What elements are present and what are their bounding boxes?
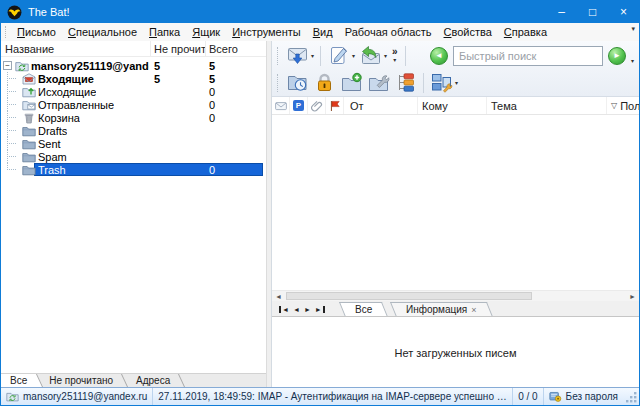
folder-row-sent-items[interactable]: Отправленные 0: [1, 98, 266, 111]
tab-all[interactable]: Все: [1, 374, 43, 387]
preview-tab-all-label: Все: [355, 304, 372, 315]
preview-tab-information[interactable]: Информация ×: [390, 302, 493, 317]
menu-mailbox[interactable]: Ящик: [186, 25, 226, 39]
menu-properties[interactable]: Свойства: [438, 25, 498, 39]
maximize-button[interactable]: □: [577, 1, 608, 23]
folder-row-trash-ru[interactable]: Корзина 0: [1, 111, 266, 124]
column-header-to[interactable]: Кому: [418, 97, 487, 114]
column-header-subject[interactable]: Тема: [487, 97, 607, 114]
toolbar-row-2: ▾: [274, 69, 637, 96]
dropdown-arrow-icon[interactable]: ▾: [352, 52, 355, 59]
menu-overflow-arrow-icon[interactable]: ▾: [631, 25, 635, 33]
window-controls: – □ ×: [546, 1, 639, 23]
next-tab-button[interactable]: ►: [304, 306, 311, 313]
column-header-flag[interactable]: [326, 97, 344, 114]
tab-navigation: ◄ ◄ ► ►: [272, 306, 334, 316]
column-header-total[interactable]: Всего: [206, 41, 266, 56]
dropdown-arrow-icon[interactable]: ▾: [311, 52, 314, 59]
folder-row-outbox[interactable]: Исходящие 0: [1, 85, 266, 98]
close-button[interactable]: ×: [608, 1, 639, 23]
dispatch-mail-button[interactable]: [284, 70, 311, 95]
workspace-button[interactable]: ▾: [428, 70, 460, 95]
scroll-right-arrow[interactable]: ►: [626, 291, 639, 301]
menu-folder[interactable]: Папка: [143, 25, 186, 39]
preview-tab-bar: ◄ ◄ ► ► Все Информация ×: [272, 301, 639, 317]
menu-workspace[interactable]: Рабочая область: [339, 25, 438, 39]
window-title: The Bat!: [28, 6, 70, 18]
folder-row-account[interactable]: − mansory251119@yandex.ru 5 5: [1, 59, 266, 72]
received-label: Получ: [620, 100, 639, 112]
dropdown-arrow-icon[interactable]: ▾: [455, 79, 458, 86]
tree-connector: [1, 98, 19, 111]
menu-help[interactable]: Справка: [498, 25, 553, 39]
dropdown-arrow-icon[interactable]: ▾: [384, 52, 387, 59]
tree-connector: [1, 124, 19, 137]
overflow-arrow-icon[interactable]: ▾: [393, 56, 396, 64]
column-header-name[interactable]: Название: [1, 41, 151, 56]
new-message-button[interactable]: ▾: [325, 43, 357, 68]
minimize-button[interactable]: –: [546, 1, 577, 23]
envelope-icon: [275, 100, 287, 112]
unread-count: 5: [154, 73, 160, 85]
tab-unread[interactable]: Не прочитано: [40, 374, 122, 387]
status-account-section[interactable]: mansory251119@yandex.ru: [1, 388, 153, 405]
scroll-left-arrow[interactable]: ◄: [272, 291, 285, 301]
column-header-status[interactable]: [272, 97, 290, 114]
scrollbar-thumb[interactable]: [286, 292, 532, 300]
get-mail-button[interactable]: ▾: [284, 43, 316, 68]
column-header-priority[interactable]: P: [290, 97, 308, 114]
search-next-button[interactable]: ►: [608, 47, 626, 65]
reply-button[interactable]: ▾: [357, 43, 389, 68]
folder-row-spam[interactable]: Spam: [1, 150, 266, 163]
sorting-office-button[interactable]: [392, 70, 419, 95]
tab-addresses[interactable]: Адреса: [127, 374, 179, 387]
quick-search-input[interactable]: [453, 46, 603, 66]
folder-label: Исходящие: [38, 86, 96, 98]
password-lock-button[interactable]: [311, 70, 338, 95]
mail-reply-icon: [359, 45, 382, 66]
status-password-mode[interactable]: Без пароля: [544, 388, 623, 405]
tree-connector: [1, 163, 19, 176]
folder-row-inbox[interactable]: Входящие 5 5: [1, 72, 266, 85]
preview-tab-information-label: Информация: [406, 304, 467, 315]
folder-icon: [22, 125, 36, 137]
lock-icon: [313, 72, 336, 93]
folder-plus-icon: [340, 72, 363, 93]
folder-row-drafts[interactable]: Drafts: [1, 124, 266, 137]
search-options-arrow-icon[interactable]: ▾: [631, 57, 634, 64]
first-tab-button[interactable]: ◄: [279, 306, 289, 313]
message-list-empty[interactable]: [272, 115, 639, 290]
scrollbar-track[interactable]: [285, 291, 626, 301]
preview-tab-all[interactable]: Все: [339, 302, 388, 317]
inbox-icon: [22, 73, 36, 85]
menu-grip: [5, 26, 7, 38]
folder-maintenance-button[interactable]: [365, 70, 392, 95]
column-header-attachment[interactable]: [308, 97, 326, 114]
column-header-received[interactable]: ▽ Получ: [607, 97, 639, 114]
resize-grip-icon[interactable]: [625, 391, 638, 404]
menu-view[interactable]: Вид: [307, 25, 339, 39]
menu-message[interactable]: Письмо: [11, 25, 62, 39]
previous-tab-button[interactable]: ◄: [293, 306, 300, 313]
tab-close-icon[interactable]: ×: [471, 305, 476, 315]
menu-special[interactable]: Специальное: [62, 25, 143, 39]
no-password-icon: [549, 391, 562, 402]
flag-icon: [329, 100, 341, 112]
folder-icon: [22, 164, 36, 176]
last-tab-button[interactable]: ►: [315, 306, 325, 313]
folder-label: mansory251119@yandex.ru: [31, 60, 149, 72]
new-folder-button[interactable]: [338, 70, 365, 95]
expander-icon[interactable]: −: [3, 61, 12, 70]
overflow-chevron-icon[interactable]: »: [392, 48, 398, 56]
unread-count: 5: [154, 60, 160, 72]
column-header-from[interactable]: От: [344, 97, 418, 114]
toolbar-overflow[interactable]: » ▾: [392, 48, 398, 64]
folder-row-trash-selected[interactable]: Trash 0: [1, 163, 266, 176]
search-previous-button[interactable]: ◄: [430, 47, 448, 65]
folder-row-sent[interactable]: Sent: [1, 137, 266, 150]
column-header-unread[interactable]: Не прочита...: [151, 41, 206, 56]
compose-icon: [327, 45, 350, 66]
menu-tools[interactable]: Инструменты: [226, 25, 307, 39]
workspace-icon: [430, 72, 453, 93]
outbox-icon: [22, 86, 36, 98]
